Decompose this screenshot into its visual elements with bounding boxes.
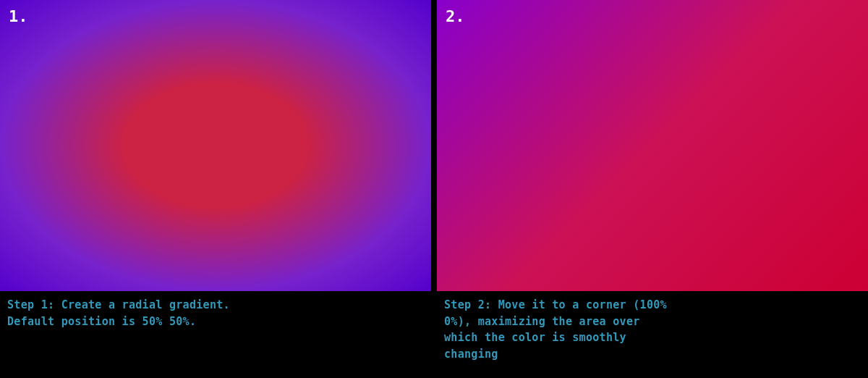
panel-1: 1. Step 1: Create a radial gradient. Def… xyxy=(0,0,431,378)
panel-number-2: 2. xyxy=(446,7,465,25)
panel-number-1: 1. xyxy=(9,7,28,25)
gradient-display-2: 2. xyxy=(437,0,868,291)
caption-text-1: Step 1: Create a radial gradient. Defaul… xyxy=(7,297,424,329)
caption-text-2: Step 2: Move it to a corner (100% 0%), m… xyxy=(444,297,861,362)
gradient-display-1: 1. xyxy=(0,0,431,291)
caption-area-1: Step 1: Create a radial gradient. Defaul… xyxy=(0,291,431,378)
caption-area-2: Step 2: Move it to a corner (100% 0%), m… xyxy=(437,291,868,378)
panel-2: 2. Step 2: Move it to a corner (100% 0%)… xyxy=(437,0,868,378)
divider xyxy=(431,0,437,378)
